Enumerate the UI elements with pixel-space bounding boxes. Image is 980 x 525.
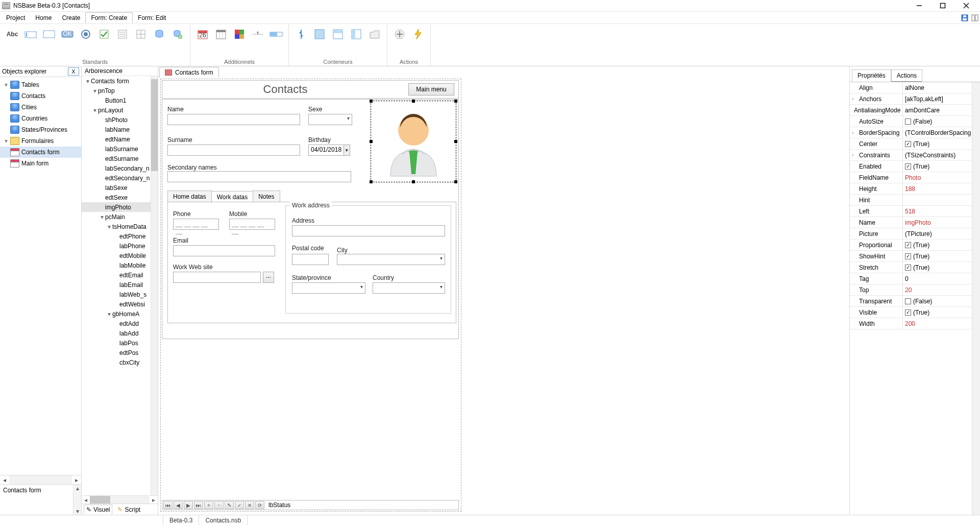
- menu-home[interactable]: Home: [30, 13, 57, 23]
- progress-tool[interactable]: [269, 27, 283, 41]
- svg-text:OK: OK: [63, 30, 71, 37]
- svg-rect-10: [26, 33, 27, 37]
- svg-rect-39: [239, 34, 244, 39]
- svg-rect-36: [235, 30, 239, 34]
- svg-rect-11: [43, 31, 55, 38]
- svg-rect-6: [963, 15, 966, 17]
- window-title: NSBase Beta-0.3 [Contacts]: [13, 2, 908, 9]
- folder-tool[interactable]: [368, 27, 382, 41]
- menu-create[interactable]: Create: [57, 13, 85, 23]
- button-tool[interactable]: OK: [60, 27, 75, 41]
- svg-rect-1: [941, 4, 945, 8]
- splitter-tool[interactable]: [294, 27, 308, 41]
- label-tool[interactable]: Abc: [5, 27, 19, 41]
- svg-rect-51: [352, 30, 355, 39]
- svg-point-15: [84, 32, 88, 36]
- ribbon-conteneurs-label: Conteneurs: [324, 57, 353, 65]
- svg-rect-8: [975, 15, 978, 21]
- calendar-tool[interactable]: 26: [195, 27, 210, 41]
- menu-form-edit[interactable]: Form: Edit: [133, 13, 171, 23]
- close-button[interactable]: [954, 0, 978, 11]
- db-tool[interactable]: [152, 27, 166, 41]
- ribbon-additionnels-label: Additionnels: [224, 57, 255, 65]
- panel-left-tool[interactable]: [349, 27, 363, 41]
- svg-rect-7: [972, 15, 974, 21]
- memo-tool[interactable]: [42, 27, 56, 41]
- edit-tool[interactable]: [23, 27, 38, 41]
- panel-top-tool[interactable]: [331, 27, 345, 41]
- svg-rect-5: [963, 18, 967, 20]
- layout-icon[interactable]: [971, 14, 979, 22]
- panel-tool[interactable]: [312, 27, 327, 41]
- add-action-tool[interactable]: [393, 27, 407, 41]
- svg-rect-43: [270, 32, 277, 36]
- editor-tabstrip: [82, 55, 83, 66]
- ribbon-actions-label: Actions: [400, 57, 418, 65]
- menu-form-create[interactable]: Form: Create: [85, 12, 133, 23]
- ribbon-group-actions: Actions: [387, 24, 431, 66]
- db-plus-tool[interactable]: [170, 27, 185, 41]
- ribbon-standards-label: Standards: [82, 57, 108, 65]
- bolt-action-tool[interactable]: [411, 27, 425, 41]
- titlebar: NSBase Beta-0.3 [Contacts]: [0, 0, 980, 11]
- radio-tool[interactable]: [79, 27, 93, 41]
- svg-rect-37: [239, 30, 244, 34]
- svg-rect-49: [333, 30, 342, 33]
- minimize-button[interactable]: [908, 0, 931, 11]
- ribbon-group-additionnels: 26 Additionnels: [190, 24, 289, 66]
- slider-tool[interactable]: [251, 27, 265, 41]
- svg-text:26: 26: [199, 32, 206, 39]
- svg-rect-47: [315, 30, 324, 39]
- checkbox-tool[interactable]: [97, 27, 111, 41]
- menu-project[interactable]: Project: [1, 13, 30, 23]
- svg-marker-46: [301, 34, 303, 37]
- maximize-button[interactable]: [931, 0, 954, 11]
- save-icon[interactable]: [961, 14, 969, 22]
- color-tool[interactable]: [232, 27, 247, 41]
- svg-rect-33: [216, 30, 226, 32]
- ribbon: Abc OK Standards 26 Additionnels: [0, 23, 980, 66]
- calendar2-tool[interactable]: [214, 27, 228, 41]
- svg-rect-38: [235, 34, 239, 39]
- list-tool[interactable]: [115, 27, 130, 41]
- svg-marker-45: [299, 31, 301, 34]
- grid-tool[interactable]: [134, 27, 148, 41]
- ribbon-group-standards: Abc OK Standards: [0, 24, 190, 66]
- svg-marker-55: [415, 29, 421, 39]
- app-icon: [2, 2, 10, 9]
- ribbon-group-conteneurs: Conteneurs: [289, 24, 387, 66]
- menubar: Project Home Create Form: Create Form: E…: [0, 11, 980, 23]
